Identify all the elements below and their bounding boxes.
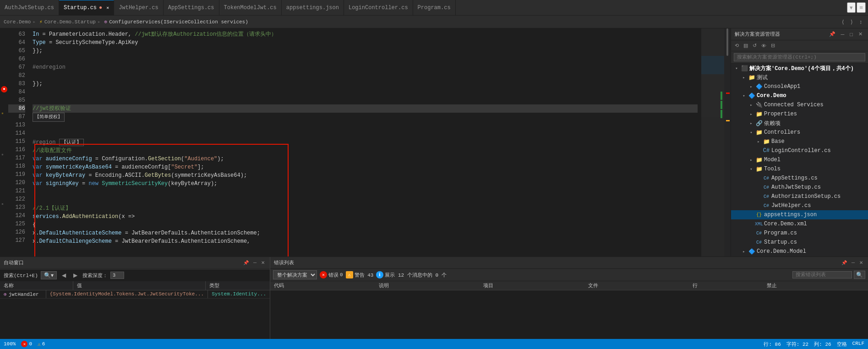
depth-input[interactable] <box>110 272 124 279</box>
vertical-scrollbar[interactable] <box>724 28 731 256</box>
breadcrumb-project[interactable]: Core.Demo ▸ <box>4 19 36 25</box>
search-forward-button[interactable]: ▶ <box>71 271 80 279</box>
tree-item-appsettings-json[interactable]: {} appsettings.json <box>731 210 868 219</box>
tree-label-properties: Properties <box>764 111 797 117</box>
status-warnings[interactable]: ⚠ 6 <box>38 341 45 347</box>
tab-list-button[interactable]: ▾ <box>847 2 856 13</box>
col-line[interactable]: 行 <box>689 281 763 290</box>
cs-icon-authjwt: C# <box>762 185 770 190</box>
tab-authjwtsetup[interactable]: AuthJwtSetup.cs <box>0 0 59 16</box>
tree-item-controllers[interactable]: ▾ 📁 Controllers <box>731 128 868 137</box>
tree-item-program-cs[interactable]: C# Program.cs <box>731 229 868 238</box>
tree-label-tools: Tools <box>764 166 781 172</box>
tree-item-deps[interactable]: ▸ 🔗 依赖项 <box>731 119 868 128</box>
code-lines[interactable]: In = ParameterLocation.Header, //jwt默认存放… <box>29 28 701 256</box>
se-maximize-button[interactable]: □ <box>848 30 855 38</box>
tree-item-authorizationsetup-cs[interactable]: C# AuthorizationSetup.cs <box>731 192 868 201</box>
error-search-input[interactable] <box>792 271 852 278</box>
close-tab-button[interactable]: ✕ <box>106 5 109 11</box>
se-pin-button[interactable]: 📌 <box>827 30 837 38</box>
tree-item-solution[interactable]: ▾ ⬛ 解决方案'Core.Demo'(4个项目，共4个) <box>731 64 868 73</box>
tree-arrow-deps: ▸ <box>748 121 755 126</box>
tree-item-jwthelper-cs[interactable]: C# JwtHelper.cs <box>731 201 868 210</box>
tree-item-test[interactable]: ▸ 📁 测试 <box>731 73 868 82</box>
status-errors[interactable]: ✕ 0 <box>21 341 32 347</box>
nav-forward-button[interactable]: ⟩ <box>848 18 855 26</box>
fold-icon-124[interactable]: ▫ <box>1 202 4 207</box>
tree-item-model[interactable]: ▸ 📁 Model <box>731 155 868 164</box>
col-file[interactable]: 文件 <box>584 281 689 290</box>
tree-item-coredemo[interactable]: ▾ 🔷 Core.Demo <box>731 91 868 100</box>
error-search-button[interactable]: 🔍 <box>854 271 865 279</box>
tab-tokenmodeljwt[interactable]: TokenModelJwt.cs <box>219 0 282 16</box>
se-filter-button[interactable]: ⊟ <box>769 42 777 49</box>
change-indicators <box>721 92 724 137</box>
tab-jwthelper[interactable]: JwtHelper.cs <box>114 0 163 16</box>
tree-item-base[interactable]: ▸ 📁 Base <box>731 137 868 146</box>
tree-item-consoleapp1[interactable]: ▸ 🔷 ConsoleApp1 <box>731 82 868 91</box>
se-minimize-button[interactable]: ─ <box>839 30 846 38</box>
col-desc[interactable]: 说明 <box>375 281 480 290</box>
breadcrumb-method[interactable]: ⊕ ConfigureServices(IServiceCollection s… <box>104 19 248 25</box>
tree-label-coredemo-xml: Core.Demo.xml <box>764 221 807 227</box>
fold-icon-115[interactable]: ▫ <box>1 152 4 158</box>
search-dropdown-button[interactable]: 🔍▾ <box>41 271 57 279</box>
col-project[interactable]: 项目 <box>480 281 584 290</box>
auto-window-pin-button[interactable]: 📌 <box>242 260 250 265</box>
collapsed-87[interactable]: 【简单授权】 <box>33 113 65 122</box>
error-list-pin-button[interactable]: 📌 <box>840 260 848 265</box>
se-close-button[interactable]: ✕ <box>857 30 864 38</box>
auto-window-minimize-button[interactable]: ─ <box>252 260 258 265</box>
auto-row-jwt[interactable]: ⊕ jwtHandler {System.IdentityModel.Token… <box>0 290 270 299</box>
tree-arrow-coredemo: ▾ <box>740 93 748 98</box>
col-suppress[interactable]: 禁止 <box>763 281 868 290</box>
tab-program[interactable]: Program.cs <box>413 0 456 16</box>
tree-item-authjwtsetup-cs[interactable]: C# AuthJwtSetup.cs <box>731 183 868 192</box>
tab-logincontroller[interactable]: LoginController.cs <box>344 0 413 16</box>
tree-item-appsettings-cs[interactable]: C# AppSettings.cs <box>731 174 868 183</box>
cs-icon-authsetup: C# <box>762 194 770 199</box>
se-tree: ▾ ⬛ 解决方案'Core.Demo'(4个项目，共4个) ▸ 📁 测试 ▸ 🔷… <box>731 64 868 256</box>
tab-nav-button[interactable]: ≡ <box>857 2 866 13</box>
status-zoom[interactable]: 100% <box>4 341 16 347</box>
tab-startup[interactable]: Startup.cs ● ✕ <box>59 0 114 16</box>
tab-label: LoginController.cs <box>349 5 408 11</box>
fold-icon-87[interactable]: ▫ <box>1 111 4 116</box>
error-list-minimize-button[interactable]: ─ <box>850 260 856 265</box>
se-refresh-button[interactable]: ↺ <box>751 42 759 49</box>
breadcrumb-file[interactable]: ⚡ Core.Demo.Startup ▸ <box>39 19 100 25</box>
nav-expand-button[interactable]: ↕ <box>857 18 864 26</box>
tree-arrow-consoleapp1: ▸ <box>748 84 755 89</box>
scope-dropdown[interactable]: 整个解决方案 <box>273 270 317 279</box>
tree-item-coredemo-xml[interactable]: XML Core.Demo.xml <box>731 219 868 229</box>
nav-back-button[interactable]: ⟨ <box>840 18 846 26</box>
search-back-button[interactable]: ◀ <box>60 271 68 279</box>
tab-appsettingsjson[interactable]: appsettings.json <box>282 0 344 16</box>
se-search-input[interactable] <box>734 53 865 61</box>
project-icon: 🔷 <box>755 83 763 90</box>
tree-arrow-coredemo-model: ▸ <box>740 249 748 254</box>
code-content[interactable]: ● ▫ ▫ ▫ 63 64 65 66 67 82 83 84 85 86 87… <box>0 28 731 256</box>
tree-item-coredemo-model[interactable]: ▸ 🔷 Core.Demo.Model <box>731 247 868 256</box>
se-sync-button[interactable]: ⟲ <box>733 42 741 49</box>
tree-item-properties[interactable]: ▸ 📁 Properties <box>731 109 868 119</box>
error-num: 0 <box>340 272 343 278</box>
se-show-all-button[interactable]: 👁 <box>759 42 768 49</box>
col-code[interactable]: 代码 <box>270 281 375 290</box>
code-line-117: var audienceConfig = Configuration.GetSe… <box>33 155 698 163</box>
tree-item-connected-services[interactable]: ▸ 🔌 Connected Services <box>731 100 868 109</box>
breadcrumb-sep: ▸ <box>33 19 36 25</box>
code-line-113 <box>33 122 698 130</box>
tree-label-appsettings-json: appsettings.json <box>764 212 817 218</box>
cs-icon-jwthelper: C# <box>762 203 770 208</box>
minimap[interactable] <box>701 28 724 256</box>
tree-item-logincontroller[interactable]: C# LoginController.cs <box>731 146 868 155</box>
auto-window-close-button[interactable]: ✕ <box>260 260 266 265</box>
code-line-127: x.DefaultChallengeScheme = JwtBearerDefa… <box>33 237 698 245</box>
se-collapse-button[interactable]: ▤ <box>742 42 750 49</box>
error-list-close-button[interactable]: ✕ <box>858 260 864 265</box>
tree-item-tools[interactable]: ▾ 📁 Tools <box>731 164 868 174</box>
scroll-thumb[interactable] <box>726 28 728 56</box>
tab-appsettings[interactable]: AppSettings.cs <box>164 0 219 16</box>
tree-item-startup-cs[interactable]: C# Startup.cs <box>731 238 868 247</box>
